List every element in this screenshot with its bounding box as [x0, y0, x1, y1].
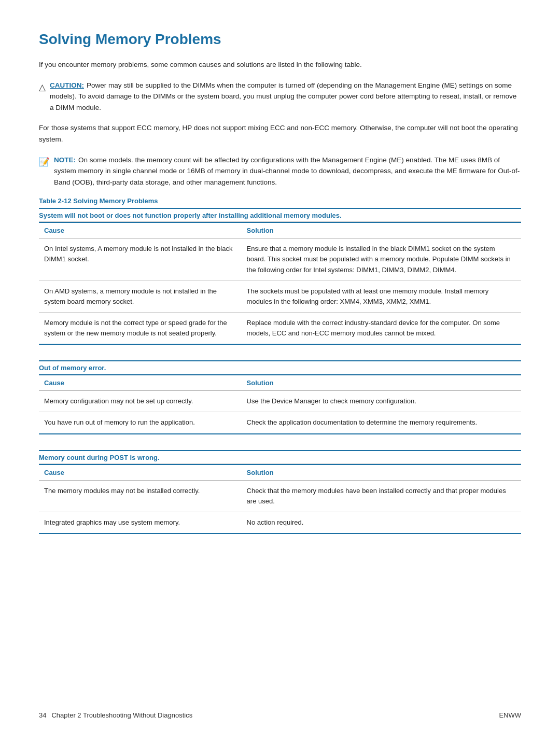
table-0: CauseSolutionOn Intel systems, A memory …: [39, 222, 521, 345]
col-cause-1: Cause: [39, 375, 242, 391]
table-row: Memory configuration may not be set up c…: [39, 391, 521, 412]
tables-container: System will not boot or does not functio…: [39, 208, 521, 534]
table-2: CauseSolutionThe memory modules may not …: [39, 464, 521, 534]
footer-chapter: Chapter 2 Troubleshooting Without Diagno…: [51, 711, 192, 719]
col-cause-2: Cause: [39, 465, 242, 481]
cell-solution: No action required.: [242, 512, 521, 533]
col-solution-0: Solution: [242, 222, 521, 238]
section-header-1: Out of memory error.: [39, 360, 521, 374]
cell-cause: You have run out of memory to run the ap…: [39, 412, 242, 434]
cell-cause: On Intel systems, A memory module is not…: [39, 238, 242, 280]
cell-cause: Integrated graphics may use system memor…: [39, 512, 242, 533]
page-title: Solving Memory Problems: [39, 31, 521, 48]
cell-cause: Memory configuration may not be set up c…: [39, 391, 242, 412]
table-row: The memory modules may not be installed …: [39, 480, 521, 512]
caution-box: △ CAUTION:Power may still be supplied to…: [39, 80, 521, 114]
table-caption: Table 2-12 Solving Memory Problems: [39, 197, 521, 205]
section-header-0: System will not boot or does not functio…: [39, 208, 521, 222]
for-those-paragraph: For those systems that support ECC memor…: [39, 122, 521, 145]
note-label: NOTE:: [54, 156, 76, 164]
cell-cause: Memory module is not the correct type or…: [39, 313, 242, 345]
table-1: CauseSolutionMemory configuration may no…: [39, 374, 521, 434]
cell-solution: The sockets must be populated with at le…: [242, 280, 521, 312]
table-section-1: Out of memory error.CauseSolutionMemory …: [39, 360, 521, 434]
table-section-2: Memory count during POST is wrong.CauseS…: [39, 450, 521, 534]
col-solution-1: Solution: [242, 375, 521, 391]
cell-solution: Check the application documentation to d…: [242, 412, 521, 434]
table-row: Integrated graphics may use system memor…: [39, 512, 521, 533]
table-row: You have run out of memory to run the ap…: [39, 412, 521, 434]
footer-left: 34 Chapter 2 Troubleshooting Without Dia…: [39, 711, 192, 719]
note-box: 📝 NOTE:On some models. the memory count …: [39, 154, 521, 188]
note-icon: 📝: [39, 155, 50, 169]
col-solution-2: Solution: [242, 465, 521, 481]
caution-label: CAUTION:: [50, 81, 84, 89]
section-header-2: Memory count during POST is wrong.: [39, 450, 521, 464]
footer-right: ENWW: [499, 711, 521, 719]
cell-solution: Use the Device Manager to check memory c…: [242, 391, 521, 412]
cell-cause: The memory modules may not be installed …: [39, 480, 242, 512]
table-row: Memory module is not the correct type or…: [39, 313, 521, 345]
footer: 34 Chapter 2 Troubleshooting Without Dia…: [0, 711, 560, 719]
col-cause-0: Cause: [39, 222, 242, 238]
footer-page-number: 34: [39, 711, 46, 719]
cell-solution: Check that the memory modules have been …: [242, 480, 521, 512]
caution-text: CAUTION:Power may still be supplied to t…: [50, 80, 521, 114]
intro-paragraph: If you encounter memory problems, some c…: [39, 59, 521, 71]
table-row: On AMD systems, a memory module is not i…: [39, 280, 521, 312]
cell-solution: Ensure that a memory module is installed…: [242, 238, 521, 280]
note-text: NOTE:On some models. the memory count wi…: [54, 154, 521, 188]
caution-icon: △: [39, 80, 46, 94]
table-section-0: System will not boot or does not functio…: [39, 208, 521, 345]
cell-cause: On AMD systems, a memory module is not i…: [39, 280, 242, 312]
table-row: On Intel systems, A memory module is not…: [39, 238, 521, 280]
cell-solution: Replace module with the correct industry…: [242, 313, 521, 345]
